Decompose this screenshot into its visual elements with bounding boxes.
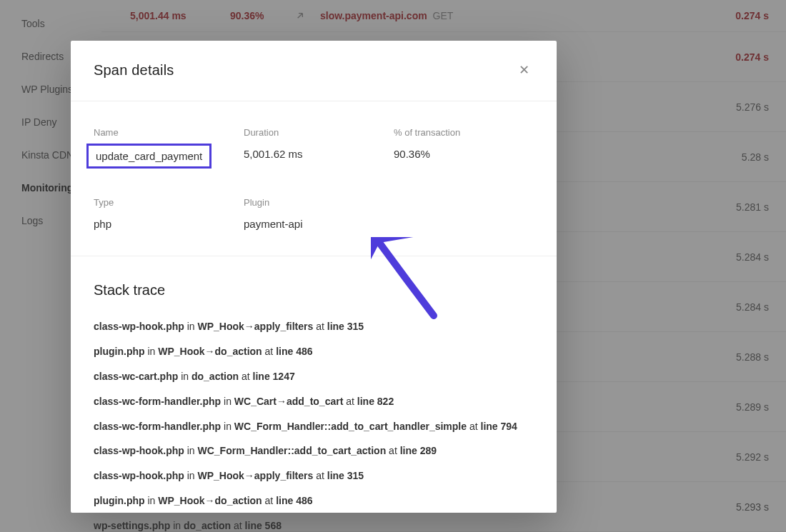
trace-line-number: line 822 [357,396,394,407]
trace-word-in: in [147,346,155,357]
trace-function: WC_Form_Handler::add_to_cart_action [197,445,386,456]
trace-word-at: at [265,346,274,357]
detail-duration: Duration 5,001.62 ms [244,127,394,169]
stack-trace-line: class-wp-hook.php in WP_Hook→apply_filte… [94,320,534,333]
trace-function: WP_Hook→do_action [158,346,262,357]
trace-word-at: at [316,470,324,481]
trace-word-at: at [242,371,250,382]
modal-header: Span details ✕ [71,41,557,101]
modal-title: Span details [94,62,174,79]
detail-plugin: Plugin payment-api [244,197,394,230]
trace-word-at: at [234,520,242,531]
trace-file: plugin.php [94,346,145,357]
trace-word-at: at [469,421,478,432]
trace-file: wp-settings.php [94,520,170,531]
trace-function: WC_Form_Handler::add_to_cart_handler_sim… [234,421,467,432]
stack-trace-title: Stack trace [94,282,534,298]
close-icon: ✕ [519,63,529,77]
stack-trace-line: class-wc-cart.php in do_action at line 1… [94,370,534,383]
trace-line-number: line 486 [276,495,312,506]
trace-word-in: in [187,445,195,456]
trace-file: class-wc-form-handler.php [94,421,221,432]
trace-function: WP_Hook→do_action [158,495,262,506]
trace-word-in: in [173,520,181,531]
trace-line-number: line 315 [327,321,364,332]
trace-line-number: line 315 [327,470,364,481]
stack-trace-list: class-wp-hook.php in WP_Hook→apply_filte… [94,320,534,532]
stack-trace-line: class-wp-hook.php in WC_Form_Handler::ad… [94,444,534,458]
trace-line-number: line 568 [245,520,282,531]
trace-function: WP_Hook→apply_filters [197,321,313,332]
app-root: Tools Redirects WP Plugins IP Deny Kinst… [0,0,786,532]
span-detail-grid: Name update_card_payment Duration 5,001.… [71,101,557,256]
trace-line-number: line 289 [400,445,437,456]
trace-function: do_action [184,520,231,531]
detail-label: Duration [244,127,394,138]
trace-function: WC_Cart→add_to_cart [234,396,343,407]
detail-value-percent: 90.36% [394,148,534,160]
trace-word-at: at [265,495,274,506]
trace-file: class-wc-cart.php [94,371,178,382]
trace-function: WP_Hook→apply_filters [197,470,313,481]
detail-label: Name [94,127,244,138]
stack-trace-line: plugin.php in WP_Hook→do_action at line … [94,494,534,508]
trace-word-in: in [187,321,195,332]
detail-value-plugin: payment-api [244,218,394,230]
trace-word-in: in [224,396,232,407]
detail-value-duration: 5,001.62 ms [244,148,394,160]
detail-name: Name update_card_payment [94,127,244,169]
detail-percent: % of transaction 90.36% [394,127,534,169]
trace-word-in: in [181,371,189,382]
stack-trace-line: wp-settings.php in do_action at line 568 [94,519,534,532]
trace-file: class-wc-form-handler.php [94,396,221,407]
trace-line-number: line 794 [481,421,517,432]
stack-trace-line: class-wp-hook.php in WP_Hook→apply_filte… [94,469,534,483]
trace-word-in: in [224,421,232,432]
trace-file: class-wp-hook.php [94,470,184,481]
stack-trace-line: class-wc-form-handler.php in WC_Cart→add… [94,395,534,408]
stack-trace-section: Stack trace class-wp-hook.php in WP_Hook… [71,256,557,532]
trace-function: do_action [191,371,239,382]
stack-trace-line: class-wc-form-handler.php in WC_Form_Han… [94,420,534,433]
trace-word-in: in [187,470,195,481]
trace-line-number: line 1247 [253,371,295,382]
trace-word-at: at [346,396,354,407]
stack-trace-line: plugin.php in WP_Hook→do_action at line … [94,345,534,358]
detail-type: Type php [94,197,244,230]
detail-label: Plugin [244,197,394,208]
trace-word-at: at [389,445,397,456]
trace-file: plugin.php [94,495,145,506]
trace-file: class-wp-hook.php [94,321,184,332]
close-button[interactable]: ✕ [514,59,534,81]
trace-file: class-wp-hook.php [94,445,184,456]
trace-word-at: at [316,321,324,332]
detail-label: Type [94,197,244,208]
detail-value-type: php [94,218,244,230]
detail-label: % of transaction [394,127,534,138]
detail-value-name: update_card_payment [86,144,212,169]
trace-word-in: in [147,495,155,506]
trace-line-number: line 486 [276,346,312,357]
span-details-modal: Span details ✕ Name update_card_payment … [71,41,557,513]
